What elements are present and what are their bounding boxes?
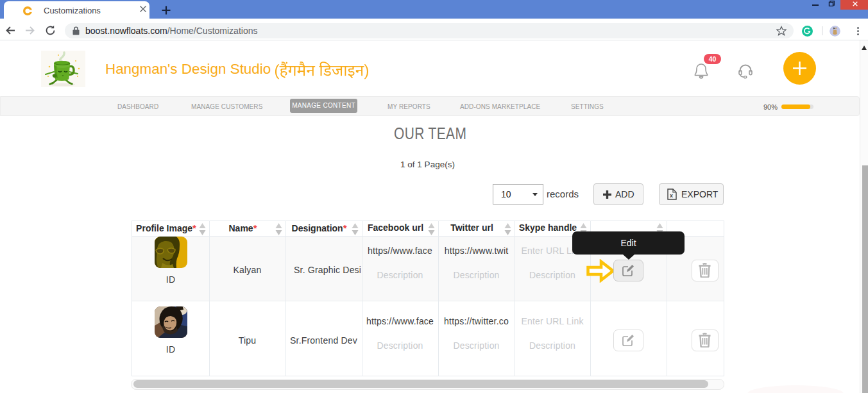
- svg-text:x: x: [670, 192, 673, 199]
